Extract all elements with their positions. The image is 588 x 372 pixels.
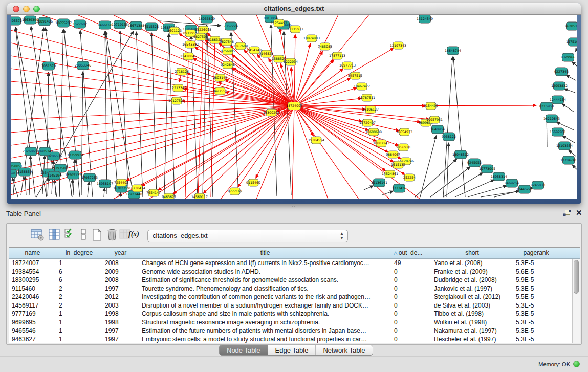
graph-node[interactable]: 10467427	[354, 83, 370, 90]
graph-node[interactable]: 15751074	[566, 38, 577, 46]
scrollbar-thumb[interactable]	[574, 260, 579, 294]
graph-node[interactable]: 9827548	[220, 38, 234, 46]
graph-node[interactable]: 9227343	[554, 68, 569, 76]
table-row[interactable]: 1872400712008Changes of HCN gene express…	[9, 259, 572, 268]
graph-node[interactable]: 16958314	[491, 172, 507, 181]
graph-node[interactable]: 8427552	[213, 87, 227, 95]
graph-node[interactable]: 12213349	[170, 84, 186, 92]
column-header-pagerank[interactable]: pagerank	[513, 248, 559, 258]
graph-node[interactable]: 9756985	[221, 48, 235, 55]
graph-node[interactable]: 9756928	[396, 144, 410, 151]
graph-node[interactable]: 9777169	[228, 188, 242, 195]
graph-node[interactable]: 2367608	[233, 42, 248, 50]
graph-node[interactable]: 2718126	[175, 68, 189, 75]
table-column-icon[interactable]	[48, 228, 62, 242]
graph-node[interactable]: 10719135	[112, 20, 128, 29]
graph-node[interactable]: 252254	[403, 174, 416, 181]
graph-node[interactable]: 9245052	[467, 159, 482, 167]
graph-node[interactable]: 10974983	[303, 35, 320, 42]
graph-node[interactable]: 7654147	[146, 189, 161, 196]
column-header-short[interactable]: short	[431, 248, 513, 258]
window-titlebar[interactable]: citations_edges.txt	[7, 3, 581, 15]
graph-node[interactable]: 7515526	[144, 23, 159, 31]
table-select-combo[interactable]: citations_edges.txt ▲▼	[147, 230, 348, 242]
close-panel-icon[interactable]: ✕	[576, 208, 582, 217]
graph-node[interactable]: 12197343	[390, 42, 406, 49]
graph-node[interactable]: 16958107	[97, 180, 113, 188]
graph-node[interactable]: 8457515	[348, 72, 362, 79]
column-header-in_degree[interactable]: in_degree	[56, 248, 102, 258]
graph-node[interactable]: 16648784	[445, 47, 461, 55]
graph-node[interactable]: 7254402	[114, 179, 128, 186]
graph-node[interactable]: 2803144	[213, 74, 227, 81]
graph-node[interactable]: 16543382	[182, 41, 199, 48]
graph-node[interactable]: 15124549	[417, 15, 433, 23]
graph-node[interactable]: 16977713	[339, 62, 356, 69]
table-row[interactable]: 946362711997Embryonic stem cells: a mode…	[9, 335, 572, 344]
graph-node[interactable]: 1733426	[392, 184, 406, 192]
table-row[interactable]: 1830029562008Estimation of significance …	[9, 276, 572, 285]
graph-node[interactable]: 12444154	[550, 96, 566, 104]
tab-edge-table[interactable]: Edge Table	[268, 345, 316, 355]
graph-node[interactable]: 12215977	[287, 26, 303, 33]
graph-node[interactable]: 9329966	[561, 53, 575, 61]
graph-node[interactable]: 9242848	[221, 61, 235, 69]
tab-network-table[interactable]: Network Table	[315, 345, 372, 355]
table-row[interactable]: 969969511998Structural magnetic resonanc…	[9, 318, 572, 327]
graph-node[interactable]: 7485083	[318, 43, 332, 50]
select-columns-icon[interactable]	[63, 228, 77, 242]
graph-node[interactable]: 1145194	[47, 171, 61, 180]
graph-node[interactable]: 20891406	[36, 17, 53, 26]
graph-node[interactable]: 10688609	[365, 128, 382, 136]
graph-node[interactable]: 14569117	[191, 193, 208, 199]
graph-node[interactable]: 15136141	[371, 179, 387, 187]
column-header-name[interactable]: name	[9, 248, 56, 258]
graph-node[interactable]: 13505135	[65, 171, 81, 179]
graph-node[interactable]: 16210643	[543, 115, 560, 123]
graph-node[interactable]: 9463627	[162, 193, 176, 199]
graph-node[interactable]: 16654923	[396, 128, 412, 136]
network-graph[interactable]: 2405572166393992089140610655287152760294…	[11, 15, 577, 199]
graph-node[interactable]: 9827503	[193, 33, 208, 40]
graph-node[interactable]: 20053346	[75, 61, 91, 70]
graph-node[interactable]: 18985341	[37, 147, 53, 156]
graph-node[interactable]: 8222034	[284, 58, 298, 65]
graph-node[interactable]: 10127521	[168, 97, 185, 104]
table-row[interactable]: 1938455462009Genome-wide association stu…	[9, 268, 572, 276]
table-settings-icon[interactable]	[30, 228, 45, 242]
table-row[interactable]: 2242004622012Investigating the contribut…	[9, 293, 572, 301]
graph-node[interactable]: 12103354	[556, 142, 573, 150]
graph-node[interactable]: 17359924	[67, 151, 83, 159]
graph-node[interactable]: 10773005	[479, 165, 495, 173]
new-file-icon[interactable]	[90, 228, 104, 242]
graph-node[interactable]: 1527602	[73, 20, 87, 28]
graph-node[interactable]: 9884067	[386, 151, 400, 158]
float-panel-icon[interactable]	[563, 209, 571, 217]
graph-node[interactable]: 19384554	[308, 137, 324, 144]
function-builder-icon[interactable]: f(x)	[128, 230, 139, 238]
graph-node[interactable]: 7357224	[224, 22, 238, 30]
column-header-year[interactable]: year	[102, 248, 139, 258]
graph-node[interactable]: 1640954	[430, 125, 445, 134]
graph-node[interactable]: 9245033	[531, 181, 545, 189]
graph-node[interactable]: 18724007	[286, 102, 302, 110]
graph-node[interactable]: 16671388	[128, 21, 144, 30]
graph-node[interactable]: 1615132	[391, 161, 405, 168]
graph-node[interactable]: 1154499	[424, 102, 438, 110]
graph-node[interactable]: 17957253	[81, 173, 98, 182]
graph-node[interactable]: 2405572	[11, 17, 22, 25]
graph-node[interactable]: 15720407	[359, 119, 376, 126]
splitter-handle[interactable]	[291, 205, 296, 208]
graph-node[interactable]: 9466160	[98, 21, 112, 29]
graph-node[interactable]: 9146821	[259, 50, 273, 57]
graph-node[interactable]: 16033809	[199, 15, 215, 23]
graph-node[interactable]: 9620510	[565, 22, 577, 30]
tab-node-table[interactable]: Node Table	[220, 345, 268, 355]
graph-node[interactable]: 8215958	[539, 102, 554, 111]
table-row[interactable]: 977716911998Corpus callosum shape and si…	[9, 310, 572, 318]
network-canvas[interactable]: 2405572166393992089140610655287152760294…	[11, 15, 577, 199]
graph-node[interactable]: 10655287	[55, 19, 72, 27]
graph-node[interactable]: 13106127	[362, 106, 379, 113]
graph-node[interactable]: 18046512	[452, 150, 469, 159]
table-row[interactable]: 911546021997Tourette syndrome. Phenomeno…	[9, 285, 572, 293]
